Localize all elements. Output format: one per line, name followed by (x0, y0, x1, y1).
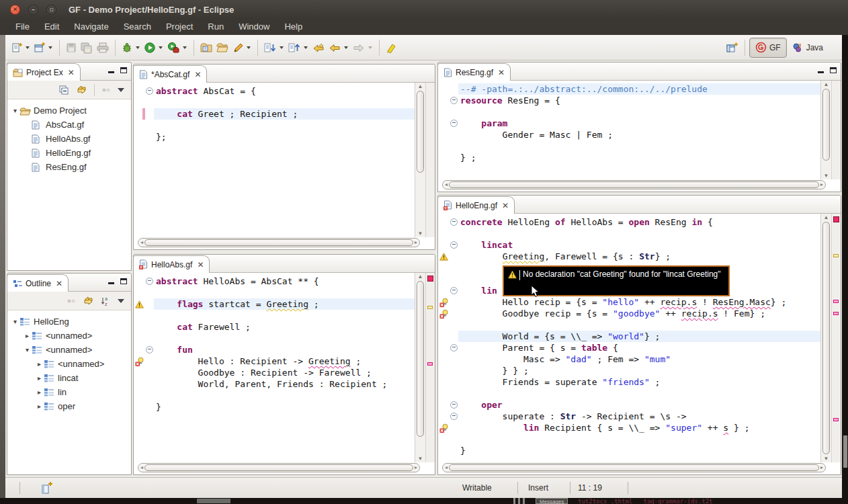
helloeng-editor-tab[interactable]: HelloEng.gf ✕ (437, 196, 515, 214)
code-line[interactable]: Gender = Masc | Fem ; (438, 129, 820, 140)
collapsed-arrow-icon[interactable]: ▸ (35, 360, 44, 368)
last-edit-location-button[interactable] (310, 39, 327, 56)
close-icon[interactable]: ✕ (56, 279, 62, 288)
next-annotation-dropdown[interactable] (280, 46, 284, 49)
menu-edit[interactable]: Edit (37, 19, 67, 35)
code-line[interactable]: Friends = superate "friends" ; (438, 376, 820, 388)
minimize-view-icon[interactable] (108, 71, 114, 73)
code-line[interactable]: --# -path=.:../abstract:../common:../../… (438, 83, 820, 95)
menu-run[interactable]: Run (200, 19, 231, 35)
collapsed-arrow-icon[interactable]: ▸ (23, 332, 32, 339)
code-line[interactable] (438, 140, 820, 152)
code-text[interactable]: fun (154, 344, 415, 355)
code-text[interactable] (458, 319, 820, 331)
overview-error-marker[interactable] (833, 418, 839, 421)
code-text[interactable]: superate : Str -> Recipient = \s -> (458, 411, 820, 422)
forward-dropdown[interactable] (368, 46, 372, 49)
tree-item-helloeng[interactable]: ▾HelloEng (7, 314, 131, 329)
debug-button[interactable] (120, 39, 134, 56)
abscat-horizontal-scrollbar[interactable]: ◂▸ (138, 238, 420, 247)
code-text[interactable]: Gender = Masc | Fem ; (458, 129, 820, 140)
close-icon[interactable]: ✕ (498, 68, 505, 77)
code-line[interactable] (438, 433, 820, 445)
minimize-view-icon[interactable] (108, 282, 114, 284)
code-text[interactable] (458, 388, 820, 399)
perspective-java-button[interactable]: J Java (787, 38, 829, 57)
code-line[interactable]: } ; (438, 152, 820, 163)
mark-occurrences-button[interactable] (384, 39, 398, 56)
code-line[interactable]: lin Recipient { s = \\_ => "super" ++ s … (438, 422, 820, 433)
menu-file[interactable]: File (8, 19, 37, 35)
link-with-editor-icon[interactable] (83, 296, 94, 306)
collapsed-arrow-icon[interactable]: ▸ (35, 374, 44, 382)
folding-gutter-cell[interactable] (450, 216, 458, 228)
view-menu-dots-icon[interactable] (67, 296, 76, 306)
maximize-view-icon[interactable] (830, 67, 837, 73)
reseng-horizontal-scrollbar[interactable]: ◂▸ (442, 180, 826, 190)
code-text[interactable]: }; (154, 131, 415, 142)
forward-button[interactable] (351, 39, 367, 56)
folding-gutter-cell[interactable] (145, 85, 154, 97)
code-text[interactable] (154, 333, 415, 344)
helloeng-code-area[interactable]: concrete HelloEng of HelloAbs = open Res… (438, 214, 820, 462)
code-text[interactable]: } (154, 401, 415, 413)
abscat-vertical-scrollbar[interactable]: ▲▼ (415, 83, 425, 237)
code-line[interactable]: } (438, 445, 820, 456)
tree-item--unnamed-[interactable]: ▸<unnamed> (7, 357, 131, 371)
code-line[interactable]: fun (134, 344, 415, 355)
new-view-button[interactable] (32, 39, 47, 56)
code-line[interactable]: Parent = { s = table { (438, 342, 820, 353)
folding-gutter-cell[interactable] (450, 118, 458, 129)
code-line[interactable]: flags startcat = Greeting ; (134, 298, 415, 310)
code-text[interactable] (154, 97, 415, 108)
external-tools-dropdown[interactable] (183, 46, 187, 49)
code-line[interactable]: Masc => "dad" ; Fem => "mum" (438, 353, 820, 365)
code-line[interactable]: }; (134, 131, 415, 142)
minimize-view-icon[interactable] (818, 71, 824, 73)
tree-item-lincat[interactable]: ▸lincat (7, 371, 131, 385)
code-line[interactable]: superate : Str -> Recipient = \s -> (438, 411, 820, 422)
code-line[interactable]: Greeting, Farewell = {s : Str} ; (438, 251, 820, 262)
code-line[interactable]: Goodbye recip = {s = "goodbye" ++ recip.… (438, 308, 820, 319)
code-line[interactable]: resource ResEng = { (438, 95, 820, 106)
run-button[interactable] (142, 39, 157, 56)
next-annotation-button[interactable] (262, 39, 278, 56)
overview-error-marker[interactable] (427, 362, 433, 366)
expanded-arrow-icon[interactable]: ▾ (11, 107, 19, 114)
code-line[interactable] (438, 319, 820, 331)
code-text[interactable] (154, 120, 415, 131)
tree-item--unnamed-[interactable]: ▾<unnamed> (7, 343, 131, 357)
tree-item-helloabs-gf[interactable]: HelloAbs.gf (7, 132, 131, 146)
folder-open-button[interactable] (214, 39, 230, 56)
code-line[interactable] (134, 97, 415, 108)
code-text[interactable]: Goodbye : Recipient -> Farewell ; (154, 367, 415, 378)
menu-window[interactable]: Window (231, 19, 277, 35)
code-line[interactable]: abstract HelloAbs = AbsCat ** { (134, 276, 415, 287)
code-text[interactable]: abstract HelloAbs = AbsCat ** { (154, 276, 415, 287)
code-text[interactable] (458, 140, 820, 152)
new-view-dropdown[interactable] (48, 46, 52, 49)
outline-tab[interactable]: Outline ✕ (7, 274, 69, 292)
code-line[interactable]: oper (438, 399, 820, 411)
code-line[interactable]: } } ; (438, 365, 820, 376)
gutter-warning-icon[interactable] (134, 298, 145, 310)
collapse-all-icon[interactable] (58, 85, 69, 95)
code-line[interactable]: concrete HelloEng of HelloAbs = open Res… (438, 216, 820, 228)
code-text[interactable]: Parent = { s = table { (458, 342, 820, 353)
folding-gutter-cell[interactable] (450, 285, 458, 296)
tree-item-demo-project[interactable]: ▾Demo Project (7, 103, 131, 118)
folding-gutter-cell[interactable] (450, 342, 458, 353)
code-line[interactable]: } (134, 401, 415, 413)
folding-gutter-cell[interactable] (145, 344, 154, 355)
overview-error-marker[interactable] (833, 312, 839, 315)
code-line[interactable]: cat Greet ; Recipient ; (134, 108, 415, 120)
pencil-button[interactable] (230, 39, 245, 56)
code-line[interactable] (134, 390, 415, 401)
code-line[interactable]: World = {s = \\_ => "world"} ; (438, 331, 820, 342)
collapse-fold-icon[interactable] (450, 218, 458, 226)
pencil-dropdown[interactable] (247, 46, 251, 49)
code-line[interactable] (438, 106, 820, 118)
code-text[interactable]: Greeting, Farewell = {s : Str} ; (458, 251, 820, 262)
folding-gutter-cell[interactable] (450, 399, 458, 411)
view-menu-dots-icon[interactable] (101, 85, 111, 95)
